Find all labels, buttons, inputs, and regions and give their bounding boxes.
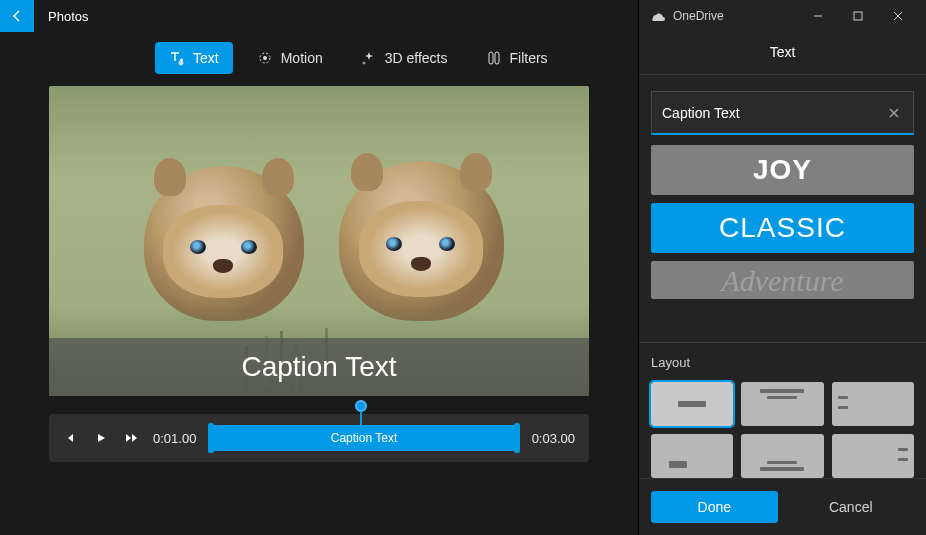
tool-text-label: Text (193, 50, 219, 66)
timeline-end-time: 0:03.00 (532, 431, 575, 446)
timeline: 0:01.00 Caption Text 0:03.00 (49, 414, 589, 462)
clear-input-button[interactable] (888, 105, 904, 121)
caption-preview-text: Caption Text (241, 351, 396, 383)
svg-rect-4 (495, 52, 499, 64)
layout-label: Layout (651, 355, 914, 370)
layout-center-middle[interactable] (651, 382, 733, 426)
toolbar: Text Motion 3D effects Filters (0, 32, 638, 86)
onedrive-icon (649, 10, 665, 22)
next-frame-button[interactable] (123, 430, 139, 446)
caption-overlay: Caption Text (49, 338, 589, 396)
layout-bottom-left[interactable] (651, 434, 733, 478)
window-controls-bar: OneDrive (639, 0, 926, 32)
tool-3d-label: 3D effects (385, 50, 448, 66)
style-classic[interactable]: CLASSIC (651, 203, 914, 253)
tool-motion[interactable]: Motion (243, 42, 337, 74)
motion-icon (257, 50, 273, 66)
sparkle-icon (361, 50, 377, 66)
timeline-clip[interactable]: Caption Text (210, 425, 517, 451)
cancel-button[interactable]: Cancel (788, 491, 915, 523)
close-button[interactable] (880, 2, 916, 30)
done-button[interactable]: Done (651, 491, 778, 523)
sidebar-footer: Done Cancel (639, 478, 926, 535)
prev-frame-button[interactable] (63, 430, 79, 446)
close-icon (888, 107, 900, 119)
arrow-left-icon (9, 8, 25, 24)
text-icon (169, 50, 185, 66)
layout-right-vertical[interactable] (832, 434, 914, 478)
layout-top[interactable] (741, 382, 823, 426)
text-style-list: JOY CLASSIC Adventure (651, 145, 914, 299)
timeline-start-time: 0:01.00 (153, 431, 196, 446)
preview-canvas[interactable]: Caption Text (49, 86, 589, 396)
sidebar: OneDrive Text JOY CLASSIC Adventure (638, 0, 926, 535)
caption-input[interactable] (651, 91, 914, 135)
filters-icon (486, 50, 502, 66)
onedrive-label: OneDrive (673, 9, 724, 23)
timeline-clip-label: Caption Text (331, 431, 398, 445)
tool-filters-label: Filters (510, 50, 548, 66)
sidebar-title: Text (639, 32, 926, 75)
app-title: Photos (48, 9, 88, 24)
layout-left-vertical[interactable] (832, 382, 914, 426)
tool-text[interactable]: Text (155, 42, 233, 74)
minimize-button[interactable] (800, 2, 836, 30)
svg-point-1 (263, 56, 267, 60)
svg-rect-5 (854, 12, 862, 20)
style-adventure[interactable]: Adventure (651, 261, 914, 299)
play-button[interactable] (93, 430, 109, 446)
maximize-button[interactable] (840, 2, 876, 30)
layout-section: Layout (639, 342, 926, 478)
style-joy[interactable]: JOY (651, 145, 914, 195)
app-header: Photos (0, 0, 638, 32)
back-button[interactable] (0, 0, 34, 32)
tool-3d-effects[interactable]: 3D effects (347, 42, 462, 74)
svg-rect-3 (489, 52, 493, 64)
tool-filters[interactable]: Filters (472, 42, 562, 74)
layout-bottom[interactable] (741, 434, 823, 478)
tool-motion-label: Motion (281, 50, 323, 66)
